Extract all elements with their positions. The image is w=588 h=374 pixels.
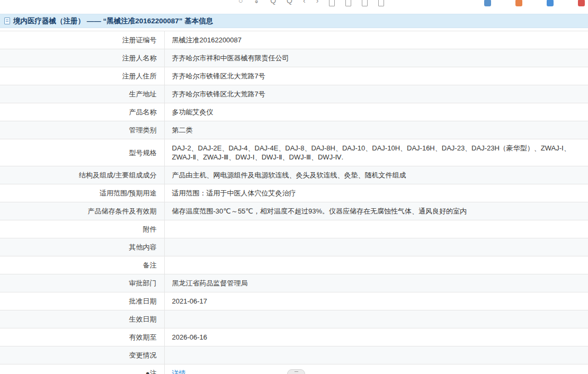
- field-label: 备注: [0, 256, 164, 274]
- field-label: 产品储存条件及有效期: [0, 202, 164, 220]
- field-label: 型号规格: [0, 139, 164, 166]
- table-row: 变更情况: [0, 346, 588, 364]
- table-row: 结构及组成/主要组成成分产品由主机、网电源组件及电源软连线、灸头及软连线、灸垫、…: [0, 166, 588, 184]
- viewer-toolbar: ○⇕QQ‹›: [0, 0, 588, 14]
- next-page-icon[interactable]: ›: [316, 0, 319, 7]
- scroll-knob[interactable]: [287, 369, 305, 374]
- info-table-body: 注册证编号黑械注准20162200087注册人名称齐齐哈尔市祥和中医器械有限责任…: [0, 31, 588, 374]
- table-row: 注册人住所齐齐哈尔市铁锋区北大荒路7号: [0, 67, 588, 85]
- page-title: 境内医疗器械（注册） —— “黑械注准20162200087” 基本信息: [13, 16, 213, 26]
- field-value: 产品由主机、网电源组件及电源软连线、灸头及软连线、灸垫、随机文件组成: [164, 166, 588, 184]
- field-value: 储存温度范围-30℃～55℃，相对温度不超过93%。仪器应储存在无腐蚀性气体、通…: [164, 202, 588, 220]
- document-icon: [4, 17, 10, 24]
- table-row: 审批部门黑龙江省药品监督管理局: [0, 274, 588, 292]
- table-row: 注册人名称齐齐哈尔市祥和中医器械有限责任公司: [0, 49, 588, 67]
- table-row: 适用范围/预期用途适用范围：适用于中医人体穴位艾灸治疗: [0, 184, 588, 202]
- single-page-icon[interactable]: [329, 0, 335, 6]
- detail-link[interactable]: 详情: [172, 369, 186, 374]
- continuous-page-icon[interactable]: [362, 0, 368, 6]
- registration-info-table: 注册证编号黑械注准20162200087注册人名称齐齐哈尔市祥和中医器械有限责任…: [0, 31, 588, 374]
- field-value: 齐齐哈尔市铁锋区北大荒路7号: [164, 85, 588, 103]
- field-label: 注册人住所: [0, 67, 164, 85]
- field-value: [164, 310, 588, 328]
- table-row: 生效日期: [0, 310, 588, 328]
- field-value[interactable]: 详情: [164, 364, 588, 374]
- field-value: 第二类: [164, 121, 588, 139]
- field-value: 齐齐哈尔市祥和中医器械有限责任公司: [164, 49, 588, 67]
- field-value: 2026-06-16: [164, 328, 588, 346]
- table-row: 备注: [0, 256, 588, 274]
- info-table-container: 注册证编号黑械注准20162200087注册人名称齐齐哈尔市祥和中医器械有限责任…: [0, 31, 588, 374]
- table-row: 管理类别第二类: [0, 121, 588, 139]
- stamp-tool-icon[interactable]: [547, 0, 554, 6]
- field-label: 适用范围/预期用途: [0, 184, 164, 202]
- toolbar-left-icons: ○⇕QQ‹›: [238, 0, 384, 7]
- field-label: 有效期至: [0, 328, 164, 346]
- table-row: 型号规格DAJ-2、DAJ-2E、DAJ-4、DAJ-4E、DAJ-8、DAJ-…: [0, 139, 588, 166]
- section-header: 境内医疗器械（注册） —— “黑械注准20162200087” 基本信息: [0, 14, 588, 28]
- field-label: 生产地址: [0, 85, 164, 103]
- table-row: 产品储存条件及有效期储存温度范围-30℃～55℃，相对温度不超过93%。仪器应储…: [0, 202, 588, 220]
- annotation-tool-icon[interactable]: [484, 0, 491, 6]
- print-icon[interactable]: [378, 0, 384, 6]
- zoom-out-icon[interactable]: Q: [270, 0, 276, 7]
- field-value: [164, 220, 588, 238]
- field-label: 其他内容: [0, 238, 164, 256]
- table-row: 其他内容: [0, 238, 588, 256]
- table-row: 注册证编号黑械注准20162200087: [0, 31, 588, 49]
- toolbar-right-icons: [484, 0, 585, 7]
- field-value: 多功能艾灸仪: [164, 103, 588, 121]
- prev-page-icon[interactable]: ‹: [303, 0, 306, 7]
- field-value: 适用范围：适用于中医人体穴位艾灸治疗: [164, 184, 588, 202]
- table-row: 产品名称多功能艾灸仪: [0, 103, 588, 121]
- table-row: 附件: [0, 220, 588, 238]
- field-value: [164, 346, 588, 364]
- field-label: 注册人名称: [0, 49, 164, 67]
- table-row: 有效期至2026-06-16: [0, 328, 588, 346]
- highlight-tool-icon[interactable]: [515, 0, 522, 6]
- field-label: 产品名称: [0, 103, 164, 121]
- table-row: 批准日期2021-06-17: [0, 292, 588, 310]
- fit-height-icon[interactable]: ⇕: [253, 0, 260, 7]
- double-page-icon[interactable]: [345, 0, 351, 6]
- field-value: [164, 238, 588, 256]
- field-label: 变更情况: [0, 346, 164, 364]
- field-label: 结构及组成/主要组成成分: [0, 166, 164, 184]
- field-label: 管理类别: [0, 121, 164, 139]
- field-label: 审批部门: [0, 274, 164, 292]
- seal-tool-icon[interactable]: [578, 0, 585, 6]
- field-label: 生效日期: [0, 310, 164, 328]
- table-row: 生产地址齐齐哈尔市铁锋区北大荒路7号: [0, 85, 588, 103]
- registration-detail-page: ○⇕QQ‹› 境内医疗器械（注册） —— “黑械注准20162200087” 基…: [0, 0, 588, 374]
- field-value: 黑械注准20162200087: [164, 31, 588, 49]
- field-label: 附件: [0, 220, 164, 238]
- field-value: 黑龙江省药品监督管理局: [164, 274, 588, 292]
- field-value: 齐齐哈尔市铁锋区北大荒路7号: [164, 67, 588, 85]
- field-value: 2021-06-17: [164, 292, 588, 310]
- field-label: ●注: [0, 364, 164, 374]
- field-value: [164, 256, 588, 274]
- field-label: 注册证编号: [0, 31, 164, 49]
- field-label: 批准日期: [0, 292, 164, 310]
- search-icon[interactable]: ○: [238, 0, 243, 7]
- zoom-in-icon[interactable]: Q: [287, 0, 292, 7]
- field-value: DAJ-2、DAJ-2E、DAJ-4、DAJ-4E、DAJ-8、DAJ-8H、D…: [164, 139, 588, 166]
